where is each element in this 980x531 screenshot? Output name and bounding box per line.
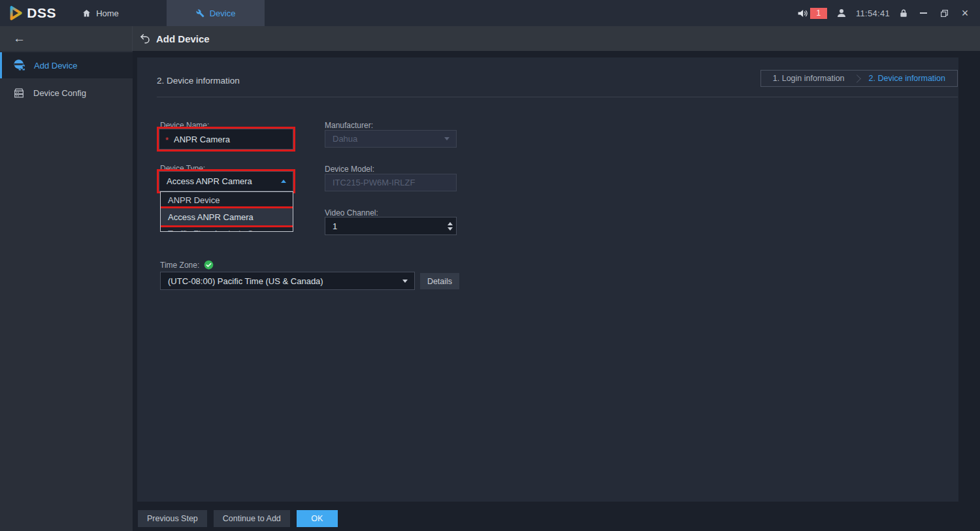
page-title: Add Device [156, 33, 210, 44]
device-config-icon [12, 87, 25, 99]
step-label: 2. Device information [869, 74, 945, 83]
sidebar-header: ← [0, 26, 133, 51]
restore-button[interactable] [938, 7, 950, 19]
sidebar-item-label: Add Device [34, 61, 77, 71]
option-access-anpr-camera[interactable]: Access ANPR Camera [161, 208, 293, 225]
chevron-up-icon [281, 180, 286, 183]
minimize-button[interactable] [917, 7, 929, 19]
device-information-panel: 2. Device information 1. Login informati… [137, 57, 958, 502]
dss-application-window: DSS Home Device 1 [0, 0, 980, 531]
time-zone-label: Time Zone: [160, 260, 214, 270]
wrench-icon [196, 9, 204, 18]
success-check-icon [204, 260, 214, 270]
speaker-icon [797, 8, 808, 18]
step-login-information[interactable]: 1. Login information [761, 71, 857, 86]
add-device-icon [12, 59, 26, 72]
system-tray: 1 11:54:41 × [797, 0, 980, 26]
clock-time: 11:54:41 [856, 8, 890, 18]
video-channel-field[interactable] [325, 217, 457, 235]
section-title: 2. Device information [157, 76, 240, 86]
device-model-label: Device Model: [325, 165, 374, 174]
step-device-information[interactable]: 2. Device information [857, 71, 957, 86]
sub-header: ← Add Device [0, 26, 980, 51]
ok-button[interactable]: OK [297, 510, 338, 527]
back-arrow-icon[interactable]: ← [13, 31, 25, 46]
continue-to-add-button[interactable]: Continue to Add [214, 510, 290, 527]
device-name-field[interactable]: * [159, 129, 293, 150]
tab-home-label: Home [96, 8, 119, 18]
tab-home[interactable]: Home [64, 0, 137, 26]
device-type-dropdown-list: ANPR Device Access ANPR Camera Traffic F… [160, 191, 293, 232]
video-channel-label: Video Channel: [325, 208, 378, 217]
top-bar: DSS Home Device 1 [0, 0, 980, 26]
stepper-up-icon[interactable] [448, 222, 453, 225]
tab-device[interactable]: Device [167, 0, 265, 26]
alarm-count-badge[interactable]: 1 [810, 8, 827, 19]
restore-icon [940, 9, 949, 18]
sidebar: Add Device Device Config [0, 51, 133, 531]
minimize-icon [920, 12, 927, 14]
footer-buttons: Previous Step Continue to Add OK [138, 510, 338, 527]
logo-text: DSS [27, 5, 56, 21]
time-zone-select[interactable]: (UTC-08:00) Pacific Time (US & Canada) [160, 272, 415, 290]
chevron-down-icon [444, 137, 449, 140]
video-channel-input[interactable] [333, 221, 448, 231]
time-zone-label-text: Time Zone: [160, 261, 199, 270]
time-zone-details-button[interactable]: Details [420, 273, 459, 289]
device-model-field: ITC215-PW6M-IRLZF [325, 174, 457, 191]
page-title-wrap: Add Device [133, 33, 210, 44]
chevron-down-icon [402, 280, 408, 283]
previous-step-button[interactable]: Previous Step [138, 510, 207, 527]
device-type-value: Access ANPR Camera [167, 176, 252, 186]
device-type-select[interactable]: Access ANPR Camera [159, 171, 293, 191]
option-anpr-device[interactable]: ANPR Device [161, 192, 293, 208]
wizard-steps: 1. Login information 2. Device informati… [760, 70, 958, 87]
main-content: 2. Device information 1. Login informati… [133, 51, 980, 531]
option-traffic-flow-analysis-camera[interactable]: Traffic Flow Analysis Camera [161, 225, 293, 232]
home-icon [82, 9, 91, 18]
user-icon[interactable] [836, 8, 847, 18]
dss-logo: DSS [0, 5, 65, 22]
required-mark: * [165, 135, 169, 145]
lock-icon[interactable] [899, 8, 908, 18]
video-channel-stepper[interactable] [448, 222, 453, 231]
device-model-value: ITC215-PW6M-IRLZF [333, 178, 415, 187]
step-label: 1. Login information [773, 74, 845, 83]
section-divider [157, 97, 958, 97]
time-zone-value: (UTC-08:00) Pacific Time (US & Canada) [168, 276, 323, 286]
dss-logo-icon [9, 5, 23, 22]
stepper-down-icon[interactable] [448, 227, 453, 231]
sidebar-item-add-device[interactable]: Add Device [0, 52, 133, 78]
sidebar-item-device-config[interactable]: Device Config [0, 80, 133, 106]
manufacturer-label: Manufacturer: [325, 121, 373, 130]
tab-device-label: Device [210, 8, 236, 18]
sidebar-item-label: Device Config [33, 88, 86, 98]
alarm-sound-group[interactable]: 1 [797, 8, 827, 19]
manufacturer-select: Dahua [325, 130, 457, 148]
close-button[interactable]: × [959, 7, 971, 19]
device-name-input[interactable] [171, 135, 293, 144]
undo-icon[interactable] [140, 33, 150, 44]
manufacturer-value: Dahua [333, 134, 357, 144]
